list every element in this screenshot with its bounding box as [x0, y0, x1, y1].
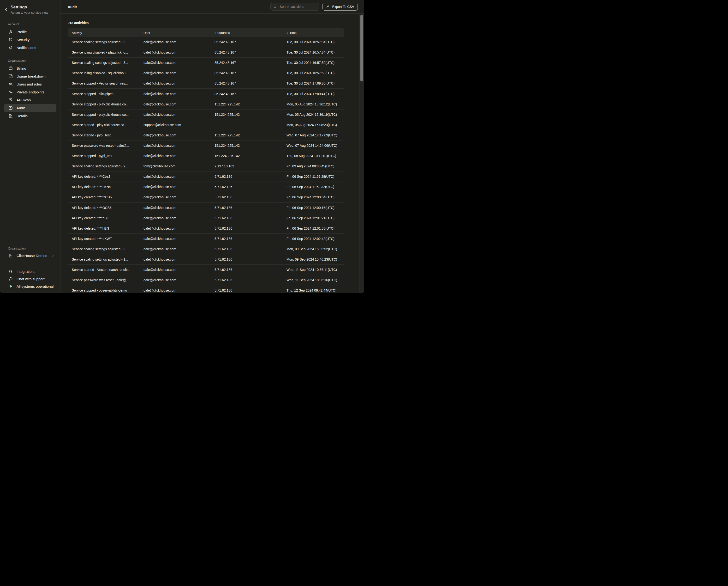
- table-row: Service scaling settings adjusted - 2...…: [68, 161, 344, 171]
- cell-activity: API key created: ****OCB5: [72, 195, 144, 199]
- cell-time: Thu, 12 Sep 2024 08:42:44(UTC): [286, 288, 340, 292]
- cell-user: dale@clickhouse.com: [144, 133, 214, 137]
- sidebar-item[interactable]: Audit: [4, 104, 56, 112]
- cell-ip: 151.224.225.142: [214, 113, 286, 117]
- table-row: Service scaling settings adjusted - 3...…: [68, 58, 344, 68]
- cell-user: dale@clickhouse.com: [144, 226, 214, 230]
- sidebar-item[interactable]: Usage breakdown: [4, 72, 56, 80]
- cell-time: Tue, 30 Jul 2024 16:57:34(UTC): [286, 50, 340, 54]
- sidebar-item[interactable]: Users and roles: [4, 80, 56, 88]
- cell-ip: 151.224.225.142: [214, 144, 286, 147]
- cell-activity: API key created: ****hBl3: [72, 216, 144, 220]
- cell-time: Tue, 30 Jul 2024 16:57:50(UTC): [286, 71, 340, 75]
- cell-user: dale@clickhouse.com: [144, 206, 214, 210]
- sidebar-item[interactable]: Private endpoints: [4, 88, 56, 96]
- sidebar-item[interactable]: Details: [4, 112, 56, 120]
- scrollbar-thumb[interactable]: [360, 15, 363, 81]
- sidebar-bottom: Organization ClickHouse Demos Integratio…: [0, 247, 60, 293]
- sidebar-item-label: Security: [17, 38, 29, 42]
- sidebar-footer-item[interactable]: Integrations: [4, 268, 56, 275]
- search-icon: [273, 5, 277, 9]
- table-row: Service scaling settings adjusted - 3...…: [68, 244, 344, 254]
- sidebar-item-label: Notifications: [17, 46, 36, 50]
- cell-user: dale@clickhouse.com: [144, 268, 214, 272]
- cell-activity: Service stopped - Vector search res...: [72, 81, 144, 85]
- cell-user: dale@clickhouse.com: [144, 61, 214, 65]
- cell-activity: API key deleted: ****CbzJ: [72, 175, 144, 178]
- column-header-user[interactable]: User: [144, 31, 214, 34]
- sidebar-item[interactable]: Billing: [4, 64, 56, 72]
- cell-time: Fri, 06 Sep 2024 12:00:16(UTC): [286, 206, 340, 210]
- cell-activity: Service stopped - observability-demo: [72, 288, 144, 292]
- cell-time: Tue, 30 Jul 2024 17:09:36(UTC): [286, 81, 340, 85]
- chat-icon: [8, 277, 13, 281]
- cell-time: Fri, 06 Sep 2024 11:59:28(UTC): [286, 175, 340, 178]
- chevron-left-icon: [4, 7, 8, 12]
- table-row: API key deleted: ****CbzJ dale@clickhous…: [68, 171, 344, 182]
- table-row: Service scaling settings adjusted - 1...…: [68, 254, 344, 265]
- sidebar-item-label: Billing: [17, 66, 26, 70]
- cell-user: tom@clickhouse.com: [144, 164, 214, 168]
- cell-ip: 5.71.62.186: [214, 268, 286, 272]
- cell-activity: Service scaling settings adjusted - 1...: [72, 258, 144, 261]
- cell-ip: 5.71.62.186: [214, 258, 286, 261]
- export-csv-button[interactable]: Export To CSV: [322, 3, 358, 10]
- cell-ip: 151.224.225.142: [214, 133, 286, 137]
- puzzle-icon: [8, 269, 13, 274]
- sidebar-item[interactable]: Notifications: [4, 44, 56, 52]
- system-status[interactable]: All systems operational: [4, 283, 56, 290]
- table-row: Service stopped - play.clickhouse.co... …: [68, 99, 344, 109]
- organization-nav-list: Billing Usage breakdown Users and roles …: [0, 64, 60, 120]
- organization-name: ClickHouse Demos: [17, 253, 47, 258]
- column-header-time[interactable]: ↓ Time: [286, 31, 340, 34]
- audit-table: Activity User IP address ↓ Time: [68, 28, 344, 293]
- table-row: Service password was reset - dale@... da…: [68, 141, 344, 151]
- cell-ip: 5.71.62.186: [214, 247, 286, 251]
- table-row: Service stopped - pypi_test dale@clickho…: [68, 151, 344, 161]
- column-header-ip[interactable]: IP address: [214, 31, 286, 34]
- cell-user: dale@clickhouse.com: [144, 185, 214, 189]
- sidebar-subtitle[interactable]: Return to your service view: [10, 11, 48, 15]
- cell-activity: Service password was reset - dale@...: [72, 144, 144, 147]
- audit-content: 918 activities Activity User IP address …: [60, 14, 364, 293]
- sidebar-item[interactable]: Security: [4, 36, 56, 44]
- cell-activity: Service started - pypi_test: [72, 133, 144, 137]
- sidebar-item[interactable]: Profile: [4, 28, 56, 36]
- cell-user: dale@clickhouse.com: [144, 216, 214, 220]
- page-header: Audit Export To CSV: [60, 0, 364, 14]
- sidebar-item-label: Profile: [17, 30, 27, 34]
- sidebar-footer-links: Integrations Chat with support: [0, 268, 60, 283]
- cell-activity: Service idling disabled - play.clickho..…: [72, 50, 144, 54]
- cell-ip: 5.71.62.186: [214, 216, 286, 220]
- status-dot-icon: [9, 285, 12, 288]
- scrollbar-track[interactable]: [359, 14, 364, 293]
- table-row: Service started - pypi_test dale@clickho…: [68, 130, 344, 141]
- search-input[interactable]: [279, 5, 316, 9]
- cell-ip: 85.242.48.167: [214, 61, 286, 65]
- cell-ip: 5.71.62.186: [214, 237, 286, 241]
- back-button[interactable]: [3, 7, 9, 12]
- cell-activity: Service scaling settings adjusted - 3...: [72, 247, 144, 251]
- organization-switcher[interactable]: ClickHouse Demos: [4, 252, 56, 260]
- table-row: API key deleted: ****2KNc dale@clickhous…: [68, 182, 344, 192]
- table-row: Service started - play.clickhouse.co... …: [68, 120, 344, 130]
- cell-user: dale@clickhouse.com: [144, 154, 214, 158]
- cell-ip: 151.224.225.142: [214, 102, 286, 106]
- column-header-activity[interactable]: Activity: [72, 31, 144, 34]
- cell-ip: 85.242.48.167: [214, 50, 286, 54]
- cell-time: Fri, 06 Sep 2024 12:01:21(UTC): [286, 216, 340, 220]
- table-row: Service scaling settings adjusted - 3...…: [68, 37, 344, 47]
- cell-ip: 85.242.48.167: [214, 40, 286, 44]
- cell-time: Tue, 30 Jul 2024 17:09:41(UTC): [286, 92, 340, 96]
- users-icon: [8, 82, 13, 87]
- cell-ip: 5.71.62.186: [214, 175, 286, 178]
- table-row: API key deleted: ****OCB5 dale@clickhous…: [68, 203, 344, 213]
- table-header-row: Activity User IP address ↓ Time: [68, 28, 344, 37]
- sidebar-item-label: Users and roles: [17, 82, 42, 86]
- cell-user: dale@clickhouse.com: [144, 102, 214, 106]
- table-row: Service stopped - clickpipes dale@clickh…: [68, 89, 344, 99]
- sidebar-item[interactable]: API keys: [4, 96, 56, 104]
- sidebar-footer-item[interactable]: Chat with support: [4, 275, 56, 283]
- table-row: Service idling disabled - sql.clickhou..…: [68, 68, 344, 78]
- search-box: [270, 3, 319, 10]
